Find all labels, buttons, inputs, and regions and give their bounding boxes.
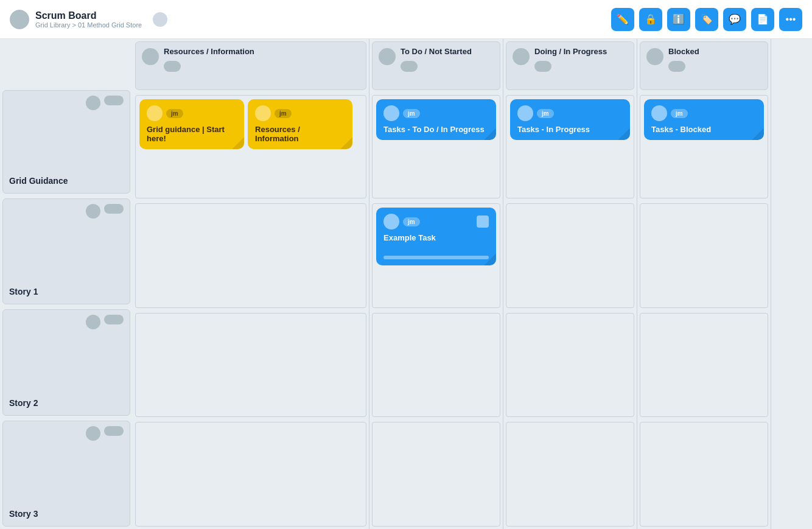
cell-blocked-story2[interactable]: [640, 313, 768, 418]
file-button[interactable]: 📄: [751, 8, 774, 31]
card-progress-bar: [383, 256, 489, 259]
story2-icon-avatar: [86, 315, 100, 329]
cell-doing-story3[interactable]: [506, 422, 634, 527]
blocked-header-avatar: [646, 48, 663, 65]
scrum-board: Grid Guidance Story 1 Story 2 Story 3: [0, 39, 812, 529]
column-todo: To Do / Not Started jm Tasks - To Do / I…: [369, 39, 503, 529]
blocked-header-content: Blocked: [668, 47, 699, 72]
cell-doing-story1[interactable]: [506, 203, 634, 308]
cell-todo-story2[interactable]: [372, 313, 500, 418]
story1-row-name: Story 1: [9, 287, 124, 299]
toolbar: ✏️ 🔒 ℹ️ 🏷️ 💬 📄 •••: [611, 8, 802, 31]
story1-icon-avatar: [86, 204, 100, 219]
cell-doing-story2[interactable]: [506, 313, 634, 418]
column-resources: Resources / Information jm Grid guidance…: [133, 39, 369, 529]
card-doing-tasks[interactable]: jm Tasks - In Progress: [510, 99, 630, 140]
todo-header-avatar: [379, 48, 396, 65]
story2-icon-tag: [104, 315, 124, 324]
cell-todo-story1[interactable]: jm Example Task: [372, 203, 500, 308]
row-label-guidance: Grid Guidance: [2, 90, 130, 194]
tag-button[interactable]: 🏷️: [695, 8, 718, 31]
story3-icons: [9, 426, 124, 441]
header-status-icon: [153, 12, 167, 27]
todo-header-icon: [401, 61, 418, 72]
col-header-doing: Doing / In Progress: [506, 41, 634, 90]
todo-header-content: To Do / Not Started: [401, 47, 472, 72]
column-doing: Doing / In Progress jm Tasks - In Progre…: [503, 39, 637, 529]
doing-header-icon: [534, 61, 551, 72]
story3-row-name: Story 3: [9, 509, 124, 521]
cell-doing-guidance[interactable]: jm Tasks - In Progress: [506, 95, 634, 198]
cell-todo-guidance[interactable]: jm Tasks - To Do / In Progress: [372, 95, 500, 198]
resources-header-avatar: [142, 48, 159, 65]
column-blocked: Blocked jm Tasks - Blocked: [637, 39, 771, 529]
todo-col-title: To Do / Not Started: [401, 47, 472, 56]
card-example-task[interactable]: jm Example Task: [376, 208, 496, 265]
resources-col-title: Resources / Information: [164, 47, 254, 56]
card-title: Tasks - In Progress: [517, 125, 623, 134]
user-avatar: [10, 10, 29, 29]
card-avatar: [517, 105, 533, 121]
cell-blocked-story3[interactable]: [640, 422, 768, 527]
card-checkbox[interactable]: [477, 215, 489, 228]
cell-resources-story2[interactable]: [135, 313, 366, 418]
story1-icons: [9, 204, 124, 219]
col-header-blocked: Blocked: [640, 41, 768, 90]
info-button[interactable]: ℹ️: [667, 8, 690, 31]
card-avatar: [147, 105, 163, 121]
doing-col-title: Doing / In Progress: [534, 47, 607, 56]
resources-header-icon: [164, 61, 181, 72]
card-title: Example Task: [383, 233, 489, 242]
breadcrumb: Grid Library > 01 Method Grid Store: [35, 21, 142, 29]
story2-row-name: Story 2: [9, 398, 124, 410]
row-label-story2: Story 2: [2, 309, 130, 415]
card-top: jm: [383, 105, 489, 121]
card-tag: jm: [275, 109, 292, 118]
card-resources-info[interactable]: jm Resources / Information: [248, 99, 352, 149]
blocked-header-icon: [668, 61, 685, 72]
guidance-icons: [9, 96, 124, 110]
more-button[interactable]: •••: [779, 8, 802, 31]
card-top: jm: [517, 105, 623, 121]
card-top: jm: [255, 105, 345, 121]
guidance-row-name: Grid Guidance: [9, 176, 124, 188]
app-header: Scrum Board Grid Library > 01 Method Gri…: [0, 0, 812, 39]
card-tag: jm: [671, 109, 688, 118]
guidance-icon-avatar: [86, 96, 100, 110]
title-group: Scrum Board Grid Library > 01 Method Gri…: [35, 10, 142, 29]
card-blocked-tasks[interactable]: jm Tasks - Blocked: [644, 99, 764, 140]
edit-button[interactable]: ✏️: [611, 8, 634, 31]
cell-resources-guidance[interactable]: jm Grid guidance | Start here! jm Resour…: [135, 95, 366, 198]
card-tag: jm: [403, 217, 420, 226]
story2-icons: [9, 315, 124, 329]
card-top: jm: [651, 105, 757, 121]
doing-header-avatar: [513, 48, 530, 65]
card-fold: [484, 253, 496, 265]
card-avatar: [383, 214, 399, 229]
cell-blocked-guidance[interactable]: jm Tasks - Blocked: [640, 95, 768, 198]
cell-todo-story3[interactable]: [372, 422, 500, 527]
card-tag: jm: [537, 109, 554, 118]
card-title: Resources / Information: [255, 125, 345, 143]
card-title: Tasks - Blocked: [651, 125, 757, 134]
card-avatar: [651, 105, 667, 121]
doing-header-content: Doing / In Progress: [534, 47, 607, 72]
row-label-header-empty: [0, 39, 133, 88]
cell-blocked-story1[interactable]: [640, 203, 768, 308]
card-title: Grid guidance | Start here!: [147, 125, 237, 143]
card-top: jm: [383, 214, 489, 229]
card-todo-tasks[interactable]: jm Tasks - To Do / In Progress: [376, 99, 496, 140]
card-grid-guidance[interactable]: jm Grid guidance | Start here!: [139, 99, 244, 149]
comment-button[interactable]: 💬: [723, 8, 746, 31]
cell-resources-story1[interactable]: [135, 203, 366, 308]
row-label-story3: Story 3: [2, 421, 130, 527]
columns-area: Resources / Information jm Grid guidance…: [133, 39, 812, 529]
card-tag: jm: [166, 109, 183, 118]
card-top: jm: [147, 105, 237, 121]
guidance-icon-tag: [104, 96, 124, 105]
lock-button[interactable]: 🔒: [639, 8, 662, 31]
card-tag: jm: [403, 109, 420, 118]
blocked-col-title: Blocked: [668, 47, 699, 56]
col-header-todo: To Do / Not Started: [372, 41, 500, 90]
cell-resources-story3[interactable]: [135, 422, 366, 527]
